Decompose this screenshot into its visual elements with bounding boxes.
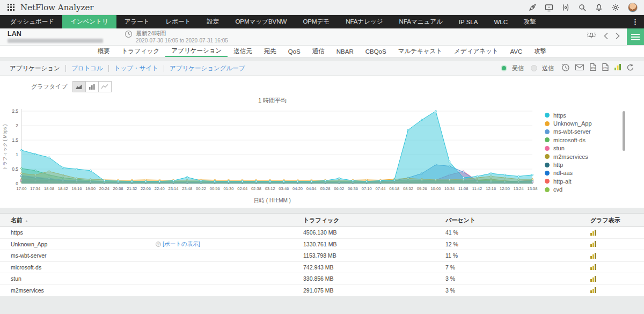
legend-item-ndl-aas[interactable]: ndl-aas (545, 169, 631, 177)
legend-label: http (553, 162, 563, 168)
legend-item-http[interactable]: http (545, 160, 631, 169)
percent-value: 7 % (445, 264, 590, 271)
nav-item-4[interactable]: 設定 (199, 15, 227, 28)
alarm-icon[interactable] (586, 31, 597, 42)
svg-text:04:20: 04:20 (292, 186, 303, 191)
svg-text:11:08: 11:08 (458, 186, 468, 191)
svg-text:07:10: 07:10 (362, 186, 372, 191)
subnav-item-1[interactable]: プロトコル (71, 64, 103, 72)
legend-dot (545, 171, 550, 176)
tab-6[interactable]: 通信 (306, 46, 331, 57)
csv-icon[interactable]: CSV (602, 63, 609, 74)
percent-value: 3 % (445, 275, 590, 282)
send-radio[interactable] (531, 65, 537, 71)
nav-item-0[interactable]: ダッシュボード (2, 15, 62, 28)
nav-item-7[interactable]: NFAナレッジ (338, 15, 391, 28)
legend-item-Unknown_App[interactable]: Unknown_App (545, 119, 631, 127)
help-icon[interactable]: ? (156, 242, 161, 247)
nav-overflow-menu[interactable]: ⋮ (626, 15, 644, 28)
legend-item-m2mservices[interactable]: m2mservices (545, 152, 631, 160)
show-ports-link[interactable]: [ポートの表示] (163, 240, 200, 248)
nav-item-10[interactable]: WLC (486, 15, 516, 28)
tab-3[interactable]: 送信元 (228, 46, 258, 57)
svg-text:19:16: 19:16 (71, 186, 82, 191)
tab-10[interactable]: メディアネット (448, 46, 504, 57)
row-graph-icon[interactable] (590, 275, 597, 282)
nav-item-9[interactable]: IP SLA (451, 15, 486, 28)
email-icon[interactable] (575, 63, 584, 73)
tab-1[interactable]: トラフィック (116, 46, 166, 57)
row-graph-icon[interactable] (590, 240, 597, 247)
tab-0[interactable]: 概要 (92, 46, 116, 57)
row-graph-icon[interactable] (590, 286, 597, 293)
nav-item-11[interactable]: 攻撃 (516, 15, 544, 28)
user-avatar[interactable] (628, 3, 638, 12)
chevron-right-icon[interactable] (615, 32, 620, 42)
monitor-icon[interactable] (545, 3, 553, 12)
apps-grid-icon[interactable] (6, 3, 15, 12)
chart-report-icon[interactable] (614, 63, 621, 73)
tab-11[interactable]: AVC (504, 46, 528, 57)
port-link-wrap: ?[ポートの表示] (156, 240, 200, 248)
area-chart-type-button[interactable] (72, 81, 86, 92)
table-row-ms-wbt-server: ms-wbt-server1153.798 MB11 % (0, 250, 644, 262)
panel-menu-button[interactable] (627, 28, 644, 45)
col-percent[interactable]: パーセント (445, 216, 590, 224)
api-icon[interactable] (561, 3, 570, 12)
svg-text:17:34: 17:34 (30, 186, 40, 191)
bell-icon[interactable] (595, 3, 603, 12)
legend-item-https[interactable]: https (545, 111, 631, 119)
receive-radio[interactable] (501, 65, 507, 71)
nav-item-8[interactable]: NFAマニュアル (391, 15, 451, 28)
row-graph-icon[interactable] (590, 229, 597, 236)
rocket-icon[interactable] (528, 3, 537, 12)
col-traffic[interactable]: トラフィック (303, 216, 445, 224)
sort-asc-icon[interactable]: ▲ (25, 219, 28, 223)
tab-2[interactable]: アプリケーション (165, 46, 228, 57)
tab-9[interactable]: マルチキャスト (392, 46, 448, 57)
row-graph-icon[interactable] (590, 252, 597, 259)
bar-chart-type-button[interactable] (85, 81, 99, 92)
chevron-left-icon[interactable] (603, 32, 609, 42)
subnav-item-2[interactable]: トップ・サイト (114, 64, 158, 72)
tab-7[interactable]: NBAR (331, 46, 360, 57)
nav-item-5[interactable]: OPMマップBVNW (227, 15, 295, 28)
svg-text:06:36: 06:36 (348, 186, 358, 191)
traffic-area-chart[interactable]: 00.511.522.5トラフィック ( Mbps )17:0017:3418:… (0, 106, 545, 197)
legend-item-cvd[interactable]: cvd (545, 186, 631, 194)
legend-item-ms-wbt-server[interactable]: ms-wbt-server (545, 128, 631, 136)
send-label: 送信 (542, 64, 554, 72)
schedule-icon[interactable] (561, 63, 570, 74)
percent-value: 3 % (445, 287, 590, 294)
col-name[interactable]: 名前 (11, 217, 23, 223)
legend-item-microsoft-ds[interactable]: microsoft-ds (545, 136, 631, 144)
tab-8[interactable]: CBQoS (360, 46, 392, 57)
svg-text:03:12: 03:12 (265, 186, 275, 191)
pdf-icon[interactable]: PDF (589, 63, 597, 74)
legend-item-stun[interactable]: stun (545, 144, 631, 152)
svg-text:13:58: 13:58 (527, 186, 537, 191)
legend-item-http-alt[interactable]: http-alt (545, 177, 631, 185)
nav-item-1[interactable]: インベントリ (62, 15, 116, 28)
tab-5[interactable]: QoS (282, 46, 306, 57)
subnav-item-0[interactable]: アプリケーション (10, 64, 60, 72)
time-period-selector[interactable]: 最新24時間 2020-07-30 16:05 to 2020-07-31 16… (125, 30, 228, 43)
nav-item-2[interactable]: アラート (116, 15, 158, 28)
gear-icon[interactable] (611, 3, 620, 12)
nav-item-3[interactable]: レポート (158, 15, 199, 28)
tab-12[interactable]: 攻撃 (528, 46, 552, 57)
row-graph-icon[interactable] (590, 263, 597, 270)
main-nav: ダッシュボードインベントリアラートレポート設定OPMマップBVNWOPMデモNF… (0, 15, 644, 28)
search-icon[interactable] (578, 3, 587, 12)
percent-value: 11 % (445, 252, 590, 259)
legend-scrollbar[interactable] (623, 111, 625, 151)
refresh-icon[interactable] (626, 63, 634, 74)
line-chart-type-button[interactable] (98, 81, 112, 92)
legend-label: Unknown_App (553, 120, 592, 127)
nav-item-6[interactable]: OPMデモ (295, 15, 338, 28)
tab-4[interactable]: 宛先 (258, 46, 282, 57)
legend-dot (545, 179, 550, 184)
traffic-value: 1153.798 MB (303, 252, 445, 259)
graph-type-label: グラフタイプ (31, 83, 68, 91)
subnav-item-3[interactable]: アプリケーショングループ (170, 64, 245, 72)
